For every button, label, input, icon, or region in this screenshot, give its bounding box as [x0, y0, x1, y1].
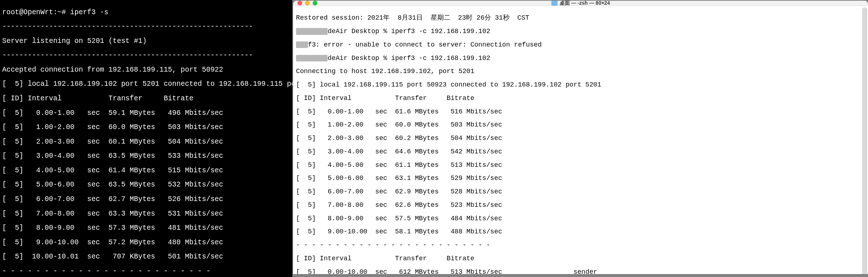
data-row: [ 5] 8.00-9.00 sec 57.5 MBytes 484 Mbits… — [296, 215, 865, 222]
sep-line: - - - - - - - - - - - - - - - - - - - - … — [2, 268, 290, 275]
conn-line: [ 5] local 192.168.199.115 port 50923 co… — [296, 81, 865, 88]
conn-line: [ 5] local 192.168.199.102 port 5201 con… — [2, 80, 290, 88]
data-row: [ 5] 5.00-6.00 sec 63.5 MBytes 532 Mbits… — [2, 181, 290, 188]
scrollbar[interactable] — [862, 7, 867, 274]
folder-icon — [551, 1, 557, 6]
data-row: [ 5] 7.00-8.00 sec 63.3 MBytes 531 Mbits… — [2, 210, 290, 217]
prompt-line: root@OpenWrt:~# iperf3 -s — [2, 9, 290, 16]
maximize-icon[interactable] — [313, 1, 317, 5]
command: iperf3 -c 192.168.199.102 — [391, 28, 490, 35]
data-row: [ 5] 5.00-6.00 sec 63.1 MBytes 529 Mbits… — [296, 175, 865, 182]
accepted-line: Accepted connection from 192.168.199.115… — [2, 66, 290, 73]
minimize-icon[interactable] — [305, 1, 310, 5]
connecting-line: Connecting to host 192.168.199.102, port… — [296, 68, 865, 75]
titlebar[interactable]: 桌面 — -zsh — 80×24 — [293, 1, 868, 6]
data-row: [ 5] 0.00-1.00 sec 59.1 MBytes 496 Mbits… — [2, 109, 290, 117]
listen-line: Server listening on 5201 (test #1) — [2, 37, 290, 45]
prompt-host: deAir Desktop % — [328, 28, 391, 35]
data-row: [ 5] 6.00-7.00 sec 62.9 MBytes 528 Mbits… — [296, 188, 865, 195]
data-row: [ 5] 3.00-4.00 sec 63.5 MBytes 533 Mbits… — [2, 152, 290, 160]
dash-line: ----------------------------------------… — [2, 23, 290, 30]
data-row: [ 5] 9.00-10.00 sec 58.1 MBytes 488 Mbit… — [296, 228, 865, 235]
data-row: [ 5] 1.00-2.00 sec 60.0 MBytes 503 Mbits… — [2, 124, 290, 131]
dash-line: ----------------------------------------… — [2, 52, 290, 59]
data-row: [ 5] 4.00-5.00 sec 61.1 MBytes 513 Mbits… — [296, 162, 865, 169]
restored-line: Restored session: 2021年 8月31日 星期二 23时 26… — [296, 15, 865, 21]
data-row: [ 5] 10.00-10.01 sec 707 KBytes 501 Mbit… — [2, 253, 290, 260]
redacted-text: Xxxxxxxx — [296, 28, 328, 35]
redacted-text: xxx — [296, 41, 308, 48]
close-icon[interactable] — [297, 1, 302, 5]
traffic-lights — [297, 1, 317, 5]
data-row: [ 5] 2.00-3.00 sec 60.1 MBytes 504 Mbits… — [2, 138, 290, 145]
scroll-thumb[interactable] — [862, 7, 867, 274]
data-row: [ 5] 2.00-3.00 sec 60.2 MBytes 504 Mbits… — [296, 135, 865, 142]
redacted-text: Xxxxxxxx — [296, 55, 328, 62]
data-row: [ 5] 6.00-7.00 sec 62.7 MBytes 526 Mbits… — [2, 196, 290, 203]
prompt: root@OpenWrt:~# — [2, 8, 70, 16]
right-terminal[interactable]: Restored session: 2021年 8月31日 星期二 23时 26… — [293, 6, 868, 274]
data-row: [ 5] 4.00-5.00 sec 61.4 MBytes 515 Mbits… — [2, 167, 290, 174]
data-row: [ 5] 1.00-2.00 sec 60.0 MBytes 503 Mbits… — [296, 121, 865, 128]
sep-line: - - - - - - - - - - - - - - - - - - - - … — [296, 242, 865, 249]
command: iperf3 -s — [70, 8, 108, 16]
data-row: [ 5] 7.00-8.00 sec 62.6 MBytes 523 Mbits… — [296, 202, 865, 209]
data-row: [ 5] 9.00-10.00 sec 57.2 MBytes 480 Mbit… — [2, 239, 290, 246]
prompt-host: deAir Desktop % — [328, 55, 391, 62]
left-terminal[interactable]: root@OpenWrt:~# iperf3 -s --------------… — [0, 0, 292, 277]
header-line: [ ID] Interval Transfer Bitrate — [2, 95, 290, 102]
header-line: [ ID] Interval Transfer Bitrate — [296, 95, 865, 102]
prompt-line: XxxxxxxxdeAir Desktop % iperf3 -c 192.16… — [296, 28, 865, 35]
right-window-wrap: 桌面 — -zsh — 80×24 Restored session: 2021… — [292, 0, 868, 277]
data-row: [ 5] 0.00-1.00 sec 61.6 MBytes 516 Mbits… — [296, 108, 865, 115]
sum-row: [ 5] 0.00-10.00 sec 612 MBytes 513 Mbits… — [296, 269, 865, 274]
data-row: [ 5] 8.00-9.00 sec 57.3 MBytes 481 Mbits… — [2, 224, 290, 232]
sum-header: [ ID] Interval Transfer Bitrate — [296, 255, 865, 262]
error-line: xxxf3: error - unable to connect to serv… — [296, 41, 865, 48]
prompt-line: XxxxxxxxdeAir Desktop % iperf3 -c 192.16… — [296, 55, 865, 62]
error-text: f3: error - unable to connect to server:… — [308, 41, 542, 48]
command: iperf3 -c 192.168.199.102 — [391, 55, 490, 62]
data-row: [ 5] 3.00-4.00 sec 64.6 MBytes 542 Mbits… — [296, 148, 865, 155]
right-terminal-window: 桌面 — -zsh — 80×24 Restored session: 2021… — [293, 1, 868, 274]
